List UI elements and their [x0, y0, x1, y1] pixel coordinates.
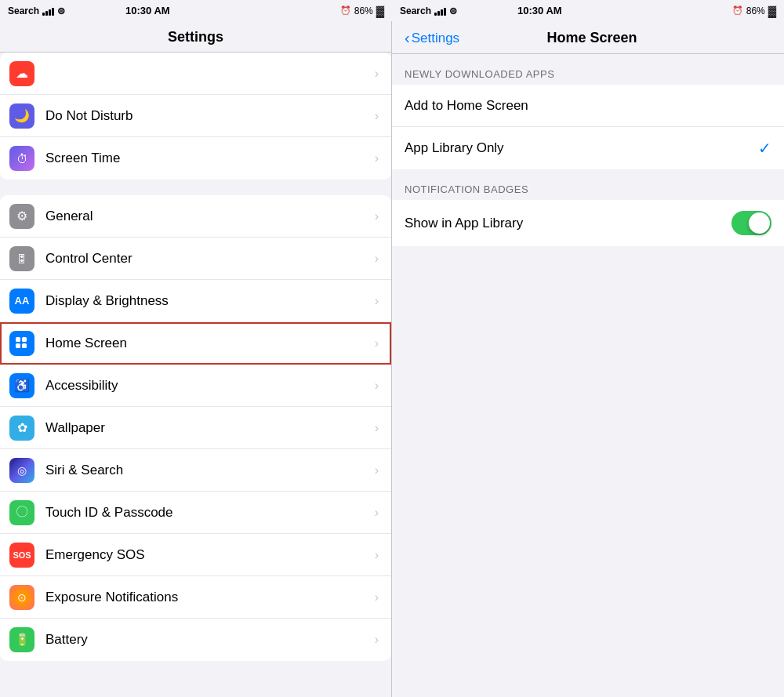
- right-group-newly-downloaded: Add to Home Screen App Library Only ✓: [392, 85, 784, 169]
- left-battery-icon: ▓: [376, 5, 384, 17]
- r-signal-bar-1: [434, 13, 437, 16]
- exposure-chevron: ›: [375, 590, 379, 604]
- right-carrier-text: Search: [400, 5, 431, 16]
- wallpaper-label: Wallpaper: [45, 420, 375, 436]
- siri-chevron: ›: [375, 463, 379, 477]
- left-battery-pct: 86%: [354, 5, 373, 16]
- show-app-library-toggle[interactable]: [731, 211, 771, 235]
- divider-1: [0, 180, 391, 195]
- right-item-app-library[interactable]: App Library Only ✓: [392, 127, 784, 169]
- display-icon-glyph: AA: [15, 295, 30, 307]
- touch-id-icon-glyph: 〇: [16, 504, 28, 521]
- back-button[interactable]: ‹ Settings: [405, 29, 459, 47]
- right-time: 10:30 AM: [517, 5, 562, 16]
- battery-icon: 🔋: [9, 627, 34, 652]
- section-header-notification-badges: NOTIFICATION BADGES: [392, 169, 784, 200]
- settings-item-control-center[interactable]: 🎛 Control Center ›: [0, 238, 391, 280]
- settings-item-battery[interactable]: 🔋 Battery ›: [0, 619, 391, 661]
- settings-item-do-not-disturb[interactable]: 🌙 Do Not Disturb ›: [0, 95, 391, 137]
- siri-icon: ◎: [9, 458, 34, 483]
- wallpaper-icon: ✿: [9, 416, 34, 441]
- settings-item-wallpaper[interactable]: ✿ Wallpaper ›: [0, 407, 391, 449]
- screen-time-icon: ⏱: [9, 146, 34, 171]
- left-time: 10:30 AM: [125, 5, 170, 16]
- general-label: General: [45, 209, 375, 224]
- r-signal-bar-4: [444, 8, 446, 16]
- touch-id-chevron: ›: [375, 506, 379, 520]
- settings-group-top: ☁ › 🌙 Do Not Disturb › ⏱ Screen T: [0, 53, 391, 180]
- settings-list: ☁ › 🌙 Do Not Disturb › ⏱ Screen T: [0, 53, 391, 697]
- emergency-sos-icon-glyph: SOS: [13, 550, 31, 560]
- right-panel: ‹ Settings Home Screen NEWLY DOWNLOADED …: [392, 21, 784, 697]
- right-group-notification-badges: Show in App Library: [392, 200, 784, 246]
- wallpaper-chevron: ›: [375, 421, 379, 435]
- left-right-icons: ⏰ 86% ▓: [340, 5, 384, 17]
- signal-bar-4: [52, 8, 54, 16]
- screen-time-icon-glyph: ⏱: [16, 152, 28, 165]
- svg-rect-3: [22, 343, 27, 348]
- partial-chevron: ›: [375, 67, 379, 81]
- section-header-newly-downloaded: NEWLY DOWNLOADED APPS: [392, 54, 784, 85]
- settings-item-screen-time[interactable]: ⏱ Screen Time ›: [0, 137, 391, 180]
- home-screen-icon-svg: [14, 336, 30, 351]
- left-signal-bars: [42, 6, 54, 16]
- do-not-disturb-chevron: ›: [375, 109, 379, 123]
- settings-item-accessibility[interactable]: ♿ Accessibility ›: [0, 365, 391, 407]
- accessibility-icon-glyph: ♿: [14, 378, 30, 393]
- siri-label: Siri & Search: [45, 463, 375, 478]
- left-wifi-icon: ⊜: [57, 5, 65, 16]
- r-signal-bar-2: [437, 11, 440, 16]
- toggle-thumb: [749, 212, 770, 234]
- right-signal-bars: [434, 6, 446, 16]
- settings-item-partial[interactable]: ☁ ›: [0, 53, 391, 95]
- settings-item-siri[interactable]: ◎ Siri & Search ›: [0, 449, 391, 492]
- left-status-bar: Search ⊜ 10:30 AM ⏰ 86% ▓: [0, 0, 392, 21]
- signal-bar-1: [42, 13, 45, 16]
- home-screen-chevron: ›: [375, 336, 379, 350]
- touch-id-icon: 〇: [9, 500, 34, 525]
- exposure-icon-glyph: ⊙: [17, 591, 27, 604]
- right-item-add-to-home[interactable]: Add to Home Screen: [392, 85, 784, 127]
- partial-icon: ☁: [9, 61, 34, 86]
- battery-chevron: ›: [375, 633, 379, 647]
- right-wifi-icon: ⊜: [449, 5, 457, 16]
- emergency-sos-icon: SOS: [9, 543, 34, 568]
- exposure-icon: ⊙: [9, 585, 34, 610]
- settings-item-home-screen[interactable]: Home Screen ›: [0, 322, 391, 365]
- left-alarm-icon: ⏰: [340, 5, 351, 16]
- right-carrier: Search ⊜: [400, 5, 732, 16]
- emergency-sos-chevron: ›: [375, 548, 379, 562]
- settings-item-exposure[interactable]: ⊙ Exposure Notifications ›: [0, 576, 391, 619]
- r-signal-bar-3: [441, 9, 443, 16]
- control-center-icon: 🎛: [9, 246, 34, 271]
- accessibility-chevron: ›: [375, 379, 379, 393]
- touch-id-label: Touch ID & Passcode: [45, 505, 375, 521]
- battery-label: Battery: [45, 632, 375, 648]
- left-carrier-text: Search: [8, 5, 39, 16]
- partial-icon-glyph: ☁: [16, 66, 28, 81]
- settings-item-touch-id[interactable]: 〇 Touch ID & Passcode ›: [0, 492, 391, 534]
- left-panel-title: Settings: [168, 29, 223, 45]
- emergency-sos-label: Emergency SOS: [45, 547, 375, 563]
- siri-icon-glyph: ◎: [17, 464, 27, 477]
- left-carrier: Search ⊜: [8, 5, 340, 16]
- settings-item-emergency-sos[interactable]: SOS Emergency SOS ›: [0, 534, 391, 576]
- general-icon-glyph: ⚙: [16, 209, 27, 223]
- display-label: Display & Brightness: [45, 293, 375, 309]
- right-item-show-app-library[interactable]: Show in App Library: [392, 200, 784, 246]
- control-center-label: Control Center: [45, 251, 375, 267]
- settings-item-general[interactable]: ⚙ General ›: [0, 195, 391, 238]
- screen-time-label: Screen Time: [45, 151, 375, 166]
- right-battery-icon: ▓: [768, 5, 776, 17]
- wallpaper-icon-glyph: ✿: [17, 420, 27, 435]
- do-not-disturb-icon-glyph: 🌙: [14, 108, 30, 123]
- settings-group-middle: ⚙ General › 🎛 Control Center › AA: [0, 195, 391, 661]
- right-status-bar: Search ⊜ 10:30 AM ⏰ 86% ▓: [392, 0, 784, 21]
- right-battery-pct: 86%: [746, 5, 765, 16]
- control-center-chevron: ›: [375, 252, 379, 266]
- general-chevron: ›: [375, 209, 379, 223]
- right-right-icons: ⏰ 86% ▓: [732, 5, 776, 17]
- settings-item-display[interactable]: AA Display & Brightness ›: [0, 280, 391, 322]
- do-not-disturb-icon: 🌙: [9, 103, 34, 129]
- right-nav-header: ‹ Settings Home Screen: [392, 21, 784, 54]
